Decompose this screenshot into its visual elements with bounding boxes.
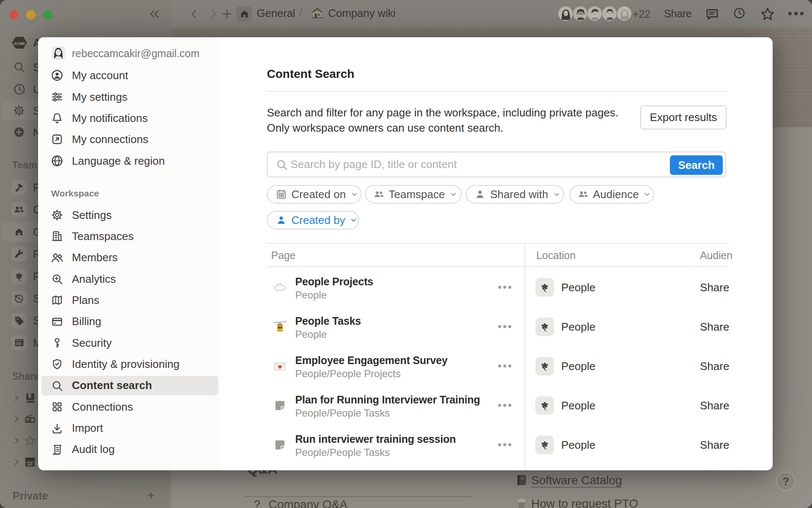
comments-icon[interactable] <box>705 6 720 22</box>
updates-icon[interactable] <box>732 6 746 20</box>
star-gray-icon <box>24 434 36 447</box>
teamspace-item[interactable] <box>11 335 27 351</box>
filter-chip-label: Shared with <box>490 188 548 201</box>
more-members-count[interactable]: +22 <box>633 8 650 20</box>
settings-nav-billing[interactable]: Billing <box>41 312 218 331</box>
minimize-window-button[interactable] <box>26 10 36 19</box>
settings-nav-connections[interactable]: Connections <box>41 397 218 417</box>
sidebar-section-shared[interactable]: Share <box>12 371 39 382</box>
forward-icon[interactable] <box>208 8 219 19</box>
shared-page-item[interactable] <box>24 434 36 447</box>
export-results-button[interactable]: Export results <box>640 105 727 130</box>
shared-page-item[interactable] <box>24 413 36 425</box>
page-link[interactable]: Software Catalog <box>531 474 622 487</box>
teamspace-item[interactable] <box>11 269 27 284</box>
chevron-down-icon <box>643 190 651 199</box>
shared-page-item[interactable]: 17 <box>24 456 36 468</box>
settings-nav-label: Analytics <box>72 273 116 286</box>
settings-nav-label: Billing <box>72 315 101 328</box>
sidebar-item-new-page[interactable] <box>13 126 25 138</box>
row-page-title[interactable]: Plan for Running Interviewer Training <box>295 394 480 406</box>
sidebar-item-settings[interactable] <box>13 104 25 117</box>
settings-nav-security[interactable]: Security <box>41 333 218 353</box>
share-button[interactable]: Share <box>664 8 692 20</box>
settings-nav-my-account[interactable]: My account <box>41 66 218 85</box>
teamspace-item[interactable] <box>11 224 27 240</box>
settings-nav-settings[interactable]: Settings <box>41 205 218 225</box>
expand-chevron-icon[interactable] <box>12 393 21 403</box>
avatar-5[interactable] <box>617 6 632 21</box>
sidebar-item-search[interactable] <box>13 61 25 73</box>
filter-chip-teamspace[interactable]: Teamspace <box>365 185 462 204</box>
back-icon[interactable] <box>189 8 200 19</box>
sidebar-item-updates[interactable] <box>13 83 26 96</box>
love-letter-icon <box>273 359 287 373</box>
home-tab-badge[interactable] <box>236 6 252 22</box>
settings-nav-plans[interactable]: Plans <box>41 290 218 310</box>
row-more-actions-icon[interactable] <box>492 436 517 453</box>
add-private-page-button[interactable]: + <box>147 488 155 503</box>
settings-nav-import[interactable]: Import <box>41 419 218 438</box>
nav-item-icon-wrap <box>50 209 64 221</box>
filter-chip-created-on[interactable]: Created on <box>267 185 362 204</box>
settings-nav-audit-log[interactable]: Audit log <box>41 440 218 459</box>
tag-icon <box>14 315 25 326</box>
breadcrumb-page[interactable]: Company wiki <box>328 7 395 20</box>
teamspace-item[interactable] <box>11 313 27 328</box>
search-input[interactable] <box>291 152 658 177</box>
sidebar-section-teamspaces[interactable]: Teams <box>12 160 39 171</box>
expand-chevron-icon[interactable] <box>12 436 21 445</box>
avatar-3[interactable] <box>587 6 602 21</box>
settings-nav-content-search[interactable]: Content search <box>41 376 218 395</box>
filter-chip-audience[interactable]: Audience <box>569 185 654 204</box>
favorite-star-icon[interactable] <box>760 6 776 22</box>
settings-nav-label: Content search <box>72 379 152 392</box>
table-top-border <box>267 243 728 244</box>
expand-chevron-icon[interactable] <box>12 414 21 424</box>
sidebar-collapse-icon[interactable] <box>148 8 161 20</box>
help-button[interactable]: ? <box>776 472 796 491</box>
more-options-icon[interactable] <box>787 11 804 16</box>
dot <box>503 286 506 289</box>
row-more-actions-icon[interactable] <box>492 358 517 375</box>
avatar-4[interactable] <box>602 6 617 21</box>
bell-icon <box>50 111 64 125</box>
row-page-title[interactable]: People Tasks <box>295 315 361 327</box>
settings-nav-language-region[interactable]: Language & region <box>41 151 218 171</box>
filter-chip-shared-with[interactable]: Shared with <box>466 185 564 204</box>
filter-chip-created-by[interactable]: Created by <box>267 211 359 229</box>
gear-icon <box>51 209 63 221</box>
teamspace-item[interactable] <box>11 180 27 195</box>
teamspace-item[interactable] <box>11 202 27 217</box>
row-more-actions-icon[interactable] <box>492 279 517 296</box>
teamspace-item[interactable] <box>11 246 27 262</box>
breadcrumb-teamspace[interactable]: General <box>257 7 295 20</box>
row-page-title[interactable]: People Projects <box>295 276 373 287</box>
shared-page-item[interactable] <box>24 392 36 404</box>
settings-nav-my-settings[interactable]: My settings <box>41 87 218 107</box>
settings-nav-label: Connections <box>72 400 133 414</box>
avatar-1[interactable] <box>558 6 573 21</box>
row-more-actions-icon[interactable] <box>492 397 517 414</box>
workspace-logo[interactable]: ACME <box>11 36 27 49</box>
sidebar-section-private[interactable]: Private <box>13 490 48 502</box>
expand-chevron-icon[interactable] <box>12 457 21 467</box>
settings-nav-identity-provisioning[interactable]: Identity & provisioning <box>41 354 218 374</box>
zoom-window-button[interactable] <box>43 10 52 19</box>
teamspace-item[interactable] <box>11 291 27 306</box>
row-page-title[interactable]: Run interviewer training session <box>295 433 456 445</box>
settings-nav-my-notifications[interactable]: My notifications <box>41 108 218 128</box>
settings-nav-my-connections[interactable]: My connections <box>41 130 218 149</box>
row-more-actions-icon[interactable] <box>492 318 517 335</box>
dot <box>503 325 506 328</box>
avatar-2[interactable] <box>573 6 588 21</box>
page-link[interactable]: How to request PTO <box>531 497 638 508</box>
search-button[interactable]: Search <box>670 155 723 175</box>
row-page-title[interactable]: Employee Engagement Survey <box>295 354 447 366</box>
settings-nav-analytics[interactable]: Analytics <box>41 269 218 289</box>
settings-nav-teamspaces[interactable]: Teamspaces <box>41 226 218 246</box>
grid-icon <box>51 400 63 413</box>
settings-nav-members[interactable]: Members <box>41 248 218 268</box>
new-tab-icon[interactable] <box>221 8 233 20</box>
close-window-button[interactable] <box>9 10 19 19</box>
